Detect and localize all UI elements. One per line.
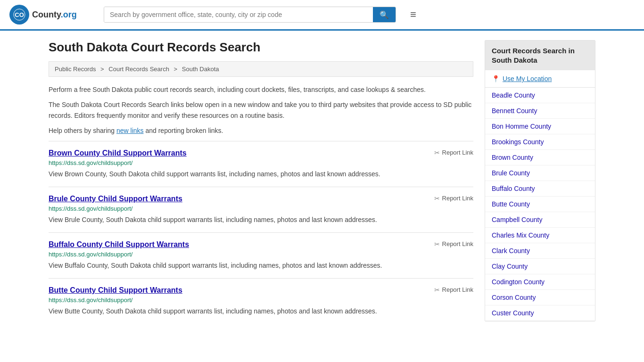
sidebar-county-link[interactable]: Brule County — [485, 165, 595, 181]
sidebar-list-item: Campbell County — [485, 212, 595, 228]
sidebar-county-link[interactable]: Charles Mix County — [485, 228, 595, 243]
sidebar-county-link[interactable]: Corson County — [485, 290, 595, 305]
result-description: View Brown County, South Dakota child su… — [49, 169, 473, 179]
sidebar-list-item: Corson County — [485, 290, 595, 305]
sidebar-county-link[interactable]: Brookings County — [485, 134, 595, 149]
result-header: Brown County Child Support Warrants ✂ Re… — [49, 149, 473, 157]
report-icon: ✂ — [434, 240, 440, 248]
use-my-location-link[interactable]: Use My Location — [503, 75, 552, 82]
result-url[interactable]: https://dss.sd.gov/childsupport/ — [49, 159, 473, 166]
result-title[interactable]: Brown County Child Support Warrants — [49, 149, 187, 157]
sidebar-county-link[interactable]: Beadle County — [485, 88, 595, 103]
sidebar-list-item: Butte County — [485, 197, 595, 212]
breadcrumb-sep1: > — [100, 66, 104, 73]
breadcrumb: Public Records > Court Records Search > … — [49, 61, 473, 77]
sidebar-county-list: Beadle CountyBennett CountyBon Homme Cou… — [485, 88, 595, 321]
logo-text: County.org — [32, 10, 77, 20]
sidebar-county-link[interactable]: Butte County — [485, 197, 595, 212]
sidebar-list-item: Clay County — [485, 259, 595, 274]
result-title[interactable]: Buffalo County Child Support Warrants — [49, 240, 189, 249]
report-link[interactable]: ✂ Report Link — [434, 286, 473, 294]
results-container: Brown County Child Support Warrants ✂ Re… — [49, 141, 473, 324]
breadcrumb-state: South Dakota — [182, 66, 219, 73]
sidebar-list-item: Beadle County — [485, 88, 595, 103]
result-description: View Butte County, South Dakota child su… — [49, 306, 473, 316]
logo-icon: CO — [9, 5, 29, 25]
result-header: Butte County Child Support Warrants ✂ Re… — [49, 286, 473, 295]
search-input[interactable] — [104, 7, 373, 22]
result-card: Brule County Child Support Warrants ✂ Re… — [49, 187, 473, 232]
sidebar-county-link[interactable]: Custer County — [485, 305, 595, 321]
sidebar-location: 📍 Use My Location — [485, 70, 595, 88]
page-body: South Dakota Court Records Search Public… — [39, 31, 605, 333]
report-link[interactable]: ✂ Report Link — [434, 195, 473, 202]
page-title: South Dakota Court Records Search — [49, 40, 473, 55]
logo[interactable]: CO County.org — [9, 5, 94, 25]
result-title[interactable]: Butte County Child Support Warrants — [49, 286, 182, 295]
result-title[interactable]: Brule County Child Support Warrants — [49, 195, 182, 203]
intro3-after: and reporting broken links. — [144, 127, 223, 134]
sidebar-box: Court Records Search in South Dakota 📍 U… — [485, 40, 595, 321]
result-description: View Brule County, South Dakota child su… — [49, 215, 473, 225]
result-header: Brule County Child Support Warrants ✂ Re… — [49, 195, 473, 203]
search-button[interactable]: 🔍 — [373, 7, 396, 22]
sidebar-list-item: Codington County — [485, 274, 595, 290]
sidebar-list-item: Clark County — [485, 243, 595, 259]
main-content: South Dakota Court Records Search Public… — [49, 40, 473, 324]
intro3-before: Help others by sharing — [49, 127, 116, 134]
sidebar: Court Records Search in South Dakota 📍 U… — [485, 40, 595, 324]
sidebar-county-link[interactable]: Clark County — [485, 243, 595, 258]
report-icon: ✂ — [434, 286, 440, 294]
sidebar-county-link[interactable]: Buffalo County — [485, 181, 595, 196]
result-description: View Buffalo County, South Dakota child … — [49, 261, 473, 271]
report-link[interactable]: ✂ Report Link — [434, 149, 473, 156]
sidebar-list-item: Brookings County — [485, 134, 595, 150]
report-link-label: Report Link — [442, 240, 473, 247]
report-link[interactable]: ✂ Report Link — [434, 240, 473, 248]
search-bar: 🔍 — [104, 7, 396, 23]
report-link-label: Report Link — [442, 286, 473, 293]
breadcrumb-court-records-search[interactable]: Court Records Search — [108, 66, 169, 73]
sidebar-list-item: Charles Mix County — [485, 228, 595, 243]
intro-paragraph-2: The South Dakota Court Records Search li… — [49, 99, 473, 121]
sidebar-list-item: Bennett County — [485, 103, 595, 119]
result-card: Brown County Child Support Warrants ✂ Re… — [49, 141, 473, 187]
report-link-label: Report Link — [442, 195, 473, 202]
result-card: Buffalo County Child Support Warrants ✂ … — [49, 232, 473, 278]
site-header: CO County.org 🔍 ≡ — [0, 0, 644, 31]
sidebar-list-item: Brule County — [485, 165, 595, 181]
sidebar-list-item: Buffalo County — [485, 181, 595, 197]
sidebar-county-link[interactable]: Bon Homme County — [485, 119, 595, 134]
hamburger-menu[interactable]: ≡ — [410, 8, 416, 21]
intro-paragraph-3: Help others by sharing new links and rep… — [49, 125, 473, 136]
sidebar-county-link[interactable]: Clay County — [485, 259, 595, 274]
breadcrumb-sep2: > — [174, 66, 178, 73]
sidebar-county-link[interactable]: Bennett County — [485, 103, 595, 118]
sidebar-county-link[interactable]: Brown County — [485, 150, 595, 165]
report-icon: ✂ — [434, 195, 440, 202]
result-header: Buffalo County Child Support Warrants ✂ … — [49, 240, 473, 249]
new-links-link[interactable]: new links — [116, 127, 144, 134]
intro-paragraph-1: Perform a free South Dakota public court… — [49, 84, 473, 95]
result-card: Butte County Child Support Warrants ✂ Re… — [49, 278, 473, 324]
sidebar-list-item: Bon Homme County — [485, 119, 595, 134]
sidebar-county-link[interactable]: Codington County — [485, 274, 595, 289]
result-url[interactable]: https://dss.sd.gov/childsupport/ — [49, 251, 473, 258]
result-url[interactable]: https://dss.sd.gov/childsupport/ — [49, 296, 473, 304]
result-url[interactable]: https://dss.sd.gov/childsupport/ — [49, 205, 473, 212]
report-link-label: Report Link — [442, 149, 473, 156]
report-icon: ✂ — [434, 149, 440, 156]
breadcrumb-public-records[interactable]: Public Records — [55, 66, 96, 73]
sidebar-list-item: Brown County — [485, 150, 595, 165]
sidebar-list-item: Custer County — [485, 305, 595, 321]
svg-text:CO: CO — [15, 11, 24, 18]
sidebar-title: Court Records Search in South Dakota — [485, 41, 595, 70]
location-icon: 📍 — [492, 75, 500, 82]
sidebar-county-link[interactable]: Campbell County — [485, 212, 595, 227]
